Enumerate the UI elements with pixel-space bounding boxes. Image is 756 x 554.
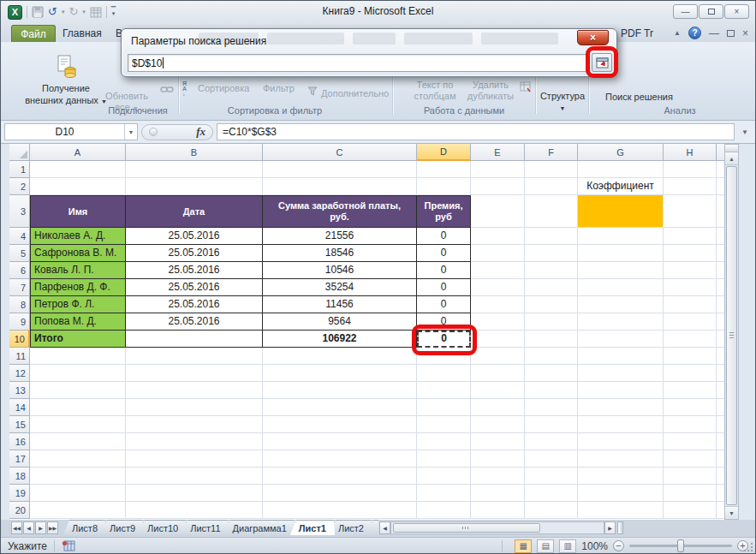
- cell-B12[interactable]: [126, 365, 263, 382]
- row-header-6[interactable]: 6: [9, 262, 30, 279]
- cell-A14[interactable]: [30, 399, 126, 416]
- cell-B7[interactable]: 25.05.2016: [126, 279, 263, 296]
- sheet-tab-Лист9[interactable]: Лист9: [101, 520, 144, 535]
- close-button[interactable]: ×: [724, 4, 749, 19]
- cell-B10[interactable]: [126, 331, 263, 348]
- cell-A20[interactable]: [30, 502, 126, 519]
- scroll-down-icon[interactable]: ▼: [725, 506, 738, 519]
- cell-H19[interactable]: [664, 485, 717, 502]
- cell-F7[interactable]: [525, 279, 578, 296]
- cell-C18[interactable]: [263, 468, 417, 485]
- cell-D20[interactable]: [417, 502, 471, 519]
- cell-C19[interactable]: [263, 485, 417, 502]
- cell-A13[interactable]: [30, 382, 126, 399]
- vertical-scroll-thumb[interactable]: [726, 166, 737, 505]
- cell-E2[interactable]: [471, 178, 525, 195]
- cell-G13[interactable]: [578, 382, 664, 399]
- cell-D5[interactable]: 0: [417, 245, 471, 262]
- cell-D8[interactable]: 0: [417, 296, 471, 313]
- cell-B6[interactable]: 25.05.2016: [126, 262, 263, 279]
- split-handle[interactable]: [725, 145, 738, 152]
- tab-file[interactable]: Файл: [11, 25, 56, 42]
- workbook-minimize-icon[interactable]: —: [709, 27, 719, 39]
- cell-G7[interactable]: [578, 279, 664, 296]
- cell-H20[interactable]: [664, 502, 717, 519]
- name-box[interactable]: D10 ▼: [4, 123, 138, 140]
- cell-H7[interactable]: [664, 279, 717, 296]
- resize-grip[interactable]: [743, 542, 753, 552]
- cell-C11[interactable]: [263, 348, 417, 365]
- cell-H12[interactable]: [664, 365, 717, 382]
- cell-D13[interactable]: [417, 382, 471, 399]
- column-header-F[interactable]: F: [525, 144, 578, 161]
- cell-A1[interactable]: [30, 161, 126, 178]
- cell-F4[interactable]: [525, 228, 578, 245]
- row-header-13[interactable]: 13: [9, 382, 30, 399]
- cell-E6[interactable]: [471, 262, 525, 279]
- cell-E1[interactable]: [471, 161, 525, 178]
- cell-F1[interactable]: [525, 161, 578, 178]
- cell-H10[interactable]: [664, 331, 717, 348]
- sheet-tab-Лист1[interactable]: Лист1: [290, 520, 335, 535]
- cell-F19[interactable]: [525, 485, 578, 502]
- column-header-B[interactable]: B: [126, 144, 263, 161]
- row-header-10[interactable]: 10: [9, 331, 30, 348]
- cell-B11[interactable]: [126, 348, 263, 365]
- cell-F12[interactable]: [525, 365, 578, 382]
- zoom-level[interactable]: 100%: [581, 540, 608, 552]
- cell-C4[interactable]: 21556: [263, 228, 417, 245]
- maximize-button[interactable]: [699, 4, 723, 19]
- cell-D9[interactable]: 0: [417, 313, 471, 331]
- insert-function-icon[interactable]: fx: [196, 125, 205, 139]
- prev-sheet-icon[interactable]: ◀: [23, 521, 34, 534]
- cell-D1[interactable]: [417, 161, 471, 178]
- cell-H8[interactable]: [664, 296, 717, 313]
- cell-A19[interactable]: [30, 485, 126, 502]
- workbook-close-icon[interactable]: ×: [742, 27, 748, 39]
- cell-F17[interactable]: [525, 450, 578, 468]
- cell-B19[interactable]: [126, 485, 263, 502]
- cell-E5[interactable]: [471, 245, 525, 262]
- normal-view-icon[interactable]: ▦: [515, 539, 532, 553]
- cell-G2[interactable]: Коэффициент: [578, 178, 664, 195]
- cell-F11[interactable]: [525, 348, 578, 365]
- vertical-scrollbar[interactable]: ▲ ▼: [724, 144, 739, 520]
- row-header-18[interactable]: 18: [9, 468, 30, 485]
- cell-C1[interactable]: [263, 161, 417, 178]
- cell-F6[interactable]: [525, 262, 578, 279]
- last-sheet-icon[interactable]: ▶▶: [47, 521, 58, 534]
- cell-E14[interactable]: [471, 399, 525, 416]
- cell-D19[interactable]: [417, 485, 471, 502]
- name-box-dropdown-icon[interactable]: ▼: [124, 124, 137, 140]
- solver-button[interactable]: Поиск решения: [605, 92, 673, 102]
- dialog-close-button[interactable]: ×: [577, 30, 609, 45]
- cell-E8[interactable]: [471, 296, 525, 313]
- cell-F18[interactable]: [525, 468, 578, 485]
- cell-B13[interactable]: [126, 382, 263, 399]
- cell-H13[interactable]: [664, 382, 717, 399]
- cell-A2[interactable]: [30, 178, 126, 195]
- cell-G1[interactable]: [578, 161, 664, 178]
- cell-H16[interactable]: [664, 433, 717, 450]
- cell-G20[interactable]: [578, 502, 664, 519]
- cell-C3[interactable]: Сумма заработной платы, руб.: [263, 195, 417, 228]
- cell-D14[interactable]: [417, 399, 471, 416]
- page-layout-view-icon[interactable]: ▤: [537, 539, 554, 553]
- cell-H6[interactable]: [664, 262, 717, 279]
- cell-C13[interactable]: [263, 382, 417, 399]
- cell-G4[interactable]: [578, 228, 664, 245]
- cell-B15[interactable]: [126, 416, 263, 433]
- column-header-C[interactable]: C: [263, 144, 417, 161]
- cell-C9[interactable]: 9564: [263, 313, 417, 331]
- cell-B16[interactable]: [126, 433, 263, 450]
- row-header-16[interactable]: 16: [9, 433, 30, 450]
- cell-H17[interactable]: [664, 450, 717, 468]
- cell-E3[interactable]: [471, 195, 525, 228]
- row-header-19[interactable]: 19: [9, 485, 30, 502]
- row-header-3[interactable]: 3: [9, 195, 30, 228]
- cell-A10[interactable]: Итого: [30, 331, 126, 348]
- cell-E13[interactable]: [471, 382, 525, 399]
- cell-D6[interactable]: 0: [417, 262, 471, 279]
- cell-F13[interactable]: [525, 382, 578, 399]
- row-header-17[interactable]: 17: [9, 450, 30, 468]
